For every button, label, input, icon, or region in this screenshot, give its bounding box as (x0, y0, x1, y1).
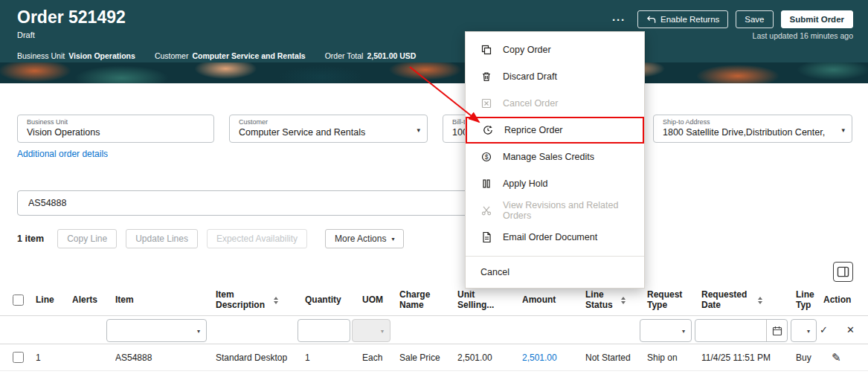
menu-item-copy-order[interactable]: Copy Order (466, 36, 644, 63)
menu-item-label: View Revisions and Related Orders (503, 200, 634, 221)
cell-value: Standard Desktop (216, 353, 287, 363)
submit-order-button[interactable]: Submit Order (781, 10, 853, 28)
cell-line-type: Buy (796, 344, 820, 370)
select-all-checkbox[interactable] (13, 295, 24, 306)
cell-value: 2,501.00 (522, 353, 557, 363)
page-header: Order 521492 Draft Business Unit Vision … (0, 0, 868, 83)
copy-line-button[interactable]: Copy Line (57, 229, 117, 248)
col-label: Line (36, 295, 54, 306)
manage-columns-button[interactable] (833, 262, 853, 282)
menu-item-label: Manage Sales Credits (503, 152, 594, 162)
meta-value: 2,501.00 USD (367, 51, 416, 60)
request-type-filter-select[interactable]: ▾ (640, 319, 692, 342)
expected-availability-button[interactable]: Expected Availability (207, 229, 307, 248)
cell-line-status: Not Started (585, 344, 639, 370)
chevron-down-icon[interactable]: ▾ (417, 126, 420, 134)
reprice-icon (482, 124, 494, 136)
order-status: Draft (17, 30, 35, 39)
col-header-requested-date[interactable]: Requested Date (701, 285, 773, 315)
table-header-row: Line Alerts Item Item Description Quanti… (0, 285, 868, 316)
trash-icon (480, 71, 492, 83)
menu-item-apply-hold[interactable]: Apply Hold (466, 170, 644, 197)
menu-item-label: Reprice Order (504, 125, 563, 135)
col-header-line-type: Line Typ (796, 285, 820, 315)
document-icon (480, 231, 492, 243)
menu-item-view-revisions: View Revisions and Related Orders (466, 197, 644, 224)
svg-text:$: $ (485, 153, 489, 161)
menu-item-email-order-document[interactable]: Email Order Document (466, 224, 644, 251)
menu-item-label: Copy Order (503, 45, 551, 55)
col-header-charge-name: Charge Name (399, 285, 443, 315)
col-header-item: Item (115, 285, 205, 315)
menu-cancel-label: Cancel (480, 267, 509, 277)
cell-value: AS54888 (115, 353, 152, 363)
calendar-picker-button[interactable] (766, 320, 787, 341)
table-row: 1 AS54888 Standard Desktop 1 Each Sale P… (0, 344, 868, 371)
customer-field[interactable]: Customer Computer Service and Rentals ▾ (229, 115, 428, 143)
apply-filter-check-icon[interactable]: ✓ (820, 324, 828, 335)
cell-item: AS54888 (115, 344, 205, 370)
meta-value: Vision Operations (68, 51, 135, 60)
menu-cancel-button[interactable]: Cancel (466, 257, 644, 288)
col-label: Item Description (216, 290, 269, 311)
page-title: Order 521492 (17, 7, 126, 28)
ship-to-value: 1800 Satellite Drive,Distribution Center… (663, 127, 834, 138)
col-label: Alerts (72, 295, 97, 306)
requested-date-filter-input[interactable] (695, 319, 788, 342)
menu-item-cancel-order: Cancel Order (466, 90, 644, 117)
more-actions-button[interactable]: More Actions ▾ (325, 229, 404, 248)
col-header-line-status[interactable]: Line Status (585, 285, 633, 315)
cancel-square-icon (480, 97, 492, 109)
line-type-filter-select[interactable]: ▾ (791, 319, 817, 342)
cell-value: Not Started (585, 353, 631, 363)
menu-item-manage-sales-credits[interactable]: $ Manage Sales Credits (466, 144, 644, 170)
chevron-down-icon[interactable]: ▾ (841, 126, 845, 134)
cell-requested-date: 11/4/25 11:51 PM (701, 344, 785, 370)
meta-customer: Customer Computer Service and Rentals (155, 51, 306, 60)
cell-amount-link[interactable]: 2,501.00 (522, 344, 580, 370)
cell-value: 1 (305, 353, 310, 363)
cell-value: 11/4/25 11:51 PM (701, 353, 771, 363)
expected-availability-label: Expected Availability (216, 234, 298, 244)
col-label: Action (823, 295, 851, 306)
uom-filter-select[interactable]: ▾ (352, 319, 390, 342)
last-updated-text: Last updated 16 minutes ago (753, 31, 853, 40)
scissors-icon (480, 205, 492, 216)
enable-returns-button[interactable]: Enable Returns (637, 10, 728, 28)
table-filter-row: ▾ ▾ ▾ ▾ ✓ ✕ (0, 317, 868, 344)
col-label: Item (115, 295, 134, 306)
sort-icon[interactable] (274, 297, 278, 304)
lines-toolbar: 1 item Copy Line Update Lines Expected A… (17, 229, 404, 248)
chevron-down-icon: ▾ (391, 236, 394, 242)
col-label: Quantity (305, 295, 341, 306)
cell-value: 1 (36, 353, 41, 363)
sort-icon[interactable] (758, 297, 762, 304)
order-actions-menu: Copy Order Discard Draft Cancel Order Re… (465, 31, 645, 289)
chevron-down-icon: ▾ (807, 328, 810, 335)
quantity-filter-input[interactable] (298, 319, 350, 342)
update-lines-button[interactable]: Update Lines (126, 229, 198, 248)
ship-to-address-field[interactable]: Ship-to Address 1800 Satellite Drive,Dis… (653, 115, 852, 143)
item-count: 1 item (17, 234, 44, 244)
business-unit-field[interactable]: Business Unit Vision Operations (17, 115, 214, 143)
cell-item-description: Standard Desktop (216, 344, 301, 370)
sort-icon[interactable] (621, 297, 626, 304)
col-header-item-description[interactable]: Item Description (216, 285, 287, 315)
additional-order-details-link[interactable]: Additional order details (17, 149, 108, 159)
save-button[interactable]: Save (736, 10, 773, 28)
col-label: Line Typ (796, 290, 820, 311)
chevron-down-icon: ▾ (682, 328, 685, 335)
menu-item-reprice-order[interactable]: Reprice Order (466, 117, 644, 144)
col-header-alerts: Alerts (72, 285, 109, 315)
more-actions-ellipsis-button[interactable]: ··· (608, 13, 630, 26)
item-filter-select[interactable]: ▾ (106, 319, 207, 342)
menu-item-discard-draft[interactable]: Discard Draft (466, 63, 644, 90)
edit-line-pencil-icon[interactable]: ✎ (832, 351, 841, 364)
col-label: Request Type (647, 290, 692, 311)
header-decorative-band (0, 62, 868, 83)
copy-icon (480, 44, 492, 56)
row-select-checkbox[interactable] (13, 352, 24, 363)
clear-filter-close-icon[interactable]: ✕ (846, 324, 855, 335)
cell-uom: Each (362, 344, 395, 370)
cell-value: 2,501.00 (457, 353, 492, 363)
